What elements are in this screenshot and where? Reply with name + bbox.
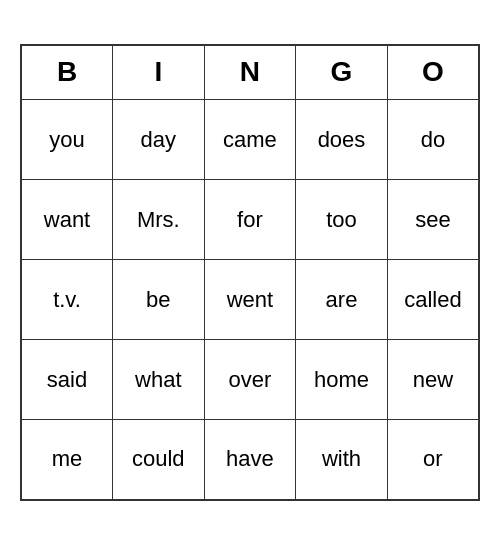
cell-r0-c0: you [21,100,113,180]
cell-r0-c2: came [204,100,296,180]
cell-r3-c1: what [113,340,205,420]
bingo-card: B I N G O youdaycamedoesdowantMrs.fortoo… [20,44,480,501]
cell-r0-c3: does [296,100,388,180]
col-o-header: O [387,45,479,100]
cell-r3-c2: over [204,340,296,420]
cell-r2-c4: called [387,260,479,340]
cell-r2-c3: are [296,260,388,340]
cell-r1-c0: want [21,180,113,260]
cell-r4-c1: could [113,420,205,500]
cell-r0-c4: do [387,100,479,180]
cell-r1-c3: too [296,180,388,260]
col-n-header: N [204,45,296,100]
cell-r1-c4: see [387,180,479,260]
cell-r2-c1: be [113,260,205,340]
cell-r3-c0: said [21,340,113,420]
table-row: saidwhatoverhomenew [21,340,479,420]
cell-r2-c2: went [204,260,296,340]
table-row: t.v.bewentarecalled [21,260,479,340]
cell-r1-c2: for [204,180,296,260]
cell-r4-c4: or [387,420,479,500]
cell-r0-c1: day [113,100,205,180]
col-b-header: B [21,45,113,100]
cell-r3-c3: home [296,340,388,420]
cell-r2-c0: t.v. [21,260,113,340]
cell-r1-c1: Mrs. [113,180,205,260]
header-row: B I N G O [21,45,479,100]
cell-r4-c2: have [204,420,296,500]
cell-r4-c3: with [296,420,388,500]
cell-r4-c0: me [21,420,113,500]
col-g-header: G [296,45,388,100]
col-i-header: I [113,45,205,100]
table-row: wantMrs.fortoosee [21,180,479,260]
cell-r3-c4: new [387,340,479,420]
bingo-body: youdaycamedoesdowantMrs.fortooseet.v.bew… [21,100,479,500]
table-row: mecouldhavewithor [21,420,479,500]
table-row: youdaycamedoesdo [21,100,479,180]
